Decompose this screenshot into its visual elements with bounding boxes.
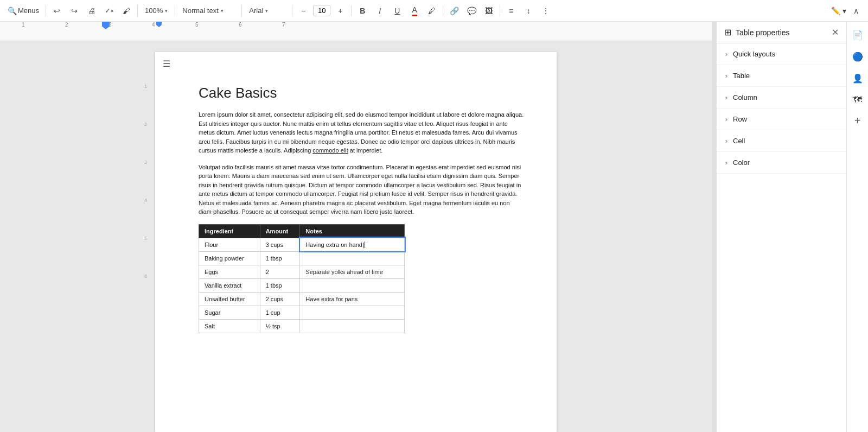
image-button[interactable]: 🖼: [481, 3, 496, 18]
map-icon[interactable]: 🗺: [849, 91, 866, 109]
amount-cell[interactable]: 1 cup: [260, 306, 300, 319]
quick-layouts-label: Quick layouts: [733, 50, 775, 58]
amount-cell[interactable]: 1 tbsp: [260, 251, 300, 265]
table-header-amount: Amount: [260, 224, 300, 238]
underline-button[interactable]: U: [390, 3, 405, 18]
font-size-decrease[interactable]: −: [296, 3, 311, 18]
collapse-toolbar-button[interactable]: ∧: [848, 3, 864, 18]
comment-button[interactable]: 💬: [464, 3, 479, 18]
column-chevron: ›: [725, 94, 727, 101]
update-icon[interactable]: 🔵: [849, 48, 866, 65]
font-size-input[interactable]: 10: [313, 5, 330, 16]
link-button[interactable]: 🔗: [446, 3, 462, 18]
zoom-chevron: ▾: [165, 8, 168, 14]
amount-cell[interactable]: 3 cups: [260, 238, 300, 251]
docs-icon[interactable]: 📄: [849, 26, 866, 43]
table-header-ingredient: Ingredient: [199, 224, 260, 238]
ingredient-table[interactable]: Ingredient Amount Notes Flour3 cupsHavin…: [199, 224, 405, 333]
style-label: Normal text: [182, 7, 218, 15]
table-row[interactable]: Baking powder1 tbsp: [199, 251, 405, 265]
zoom-dropdown[interactable]: 100% ▾: [141, 4, 171, 17]
add-button[interactable]: +: [850, 113, 865, 128]
separator: [351, 5, 352, 16]
separator: [137, 5, 138, 16]
ruler-mark-6: 6: [239, 22, 242, 28]
panel-section-table[interactable]: › Table: [717, 65, 846, 87]
panel-section-color[interactable]: › Color: [717, 152, 846, 174]
undo-button[interactable]: ↩: [49, 3, 65, 18]
font-dropdown[interactable]: Arial ▾: [245, 4, 289, 17]
italic-button[interactable]: I: [372, 3, 387, 18]
amount-cell[interactable]: 2 cups: [260, 292, 300, 306]
far-right-sidebar: 📄 🔵 👤 🗺 +: [846, 22, 868, 432]
ingredient-cell[interactable]: Unsalted butter: [199, 292, 260, 306]
row-chevron: ›: [725, 116, 727, 123]
redo-button[interactable]: ↪: [67, 3, 82, 18]
table-row[interactable]: Sugar1 cup: [199, 306, 405, 319]
amount-cell[interactable]: 1 tbsp: [260, 278, 300, 292]
notes-cell[interactable]: [300, 306, 405, 319]
amount-cell[interactable]: 2: [260, 265, 300, 278]
panel-section-quick-layouts[interactable]: › Quick layouts: [717, 43, 846, 65]
doc-list-icon[interactable]: ☰: [163, 59, 170, 69]
paintformat-button[interactable]: 🖌: [119, 3, 134, 18]
ingredient-cell[interactable]: Eggs: [199, 265, 260, 278]
print-button[interactable]: 🖨: [84, 3, 99, 18]
table-row[interactable]: Salt½ tsp: [199, 319, 405, 333]
pencil-mode-button[interactable]: ✏️ ▾: [831, 3, 846, 18]
ingredient-cell[interactable]: Vanilla extract: [199, 278, 260, 292]
search-button[interactable]: 🔍 Menus: [4, 4, 42, 17]
table-row[interactable]: Unsalted butter2 cupsHave extra for pans: [199, 292, 405, 306]
notes-cell[interactable]: [300, 278, 405, 292]
text-color-button[interactable]: A: [407, 3, 422, 18]
separator: [241, 5, 242, 16]
ingredient-cell[interactable]: Salt: [199, 319, 260, 333]
table-row[interactable]: Flour3 cupsHaving extra on hand|: [199, 238, 405, 251]
notes-cell[interactable]: Have extra for pans: [300, 292, 405, 306]
align-button[interactable]: ≡: [503, 3, 519, 18]
highlight-button[interactable]: 🖊: [424, 3, 439, 18]
panel-close-button[interactable]: ✕: [832, 27, 839, 37]
ingredient-cell[interactable]: Sugar: [199, 306, 260, 319]
doc-scroll[interactable]: 1 2 3 4 5 6 ☰ Cake Basics Lorem ipsum do…: [0, 41, 712, 432]
ingredient-cell[interactable]: Flour: [199, 238, 260, 251]
notes-cell[interactable]: Having extra on hand|: [300, 238, 405, 251]
separator: [175, 5, 175, 16]
paragraph-2[interactable]: Volutpat odio facilisis mauris sit amet …: [199, 163, 524, 217]
vertical-scrollbar[interactable]: [712, 22, 716, 432]
notes-cell[interactable]: [300, 319, 405, 333]
panel-section-cell[interactable]: › Cell: [717, 130, 846, 152]
spellcheck-button[interactable]: ✓a: [101, 3, 117, 18]
notes-cell[interactable]: [300, 251, 405, 265]
ingredient-cell[interactable]: Baking powder: [199, 251, 260, 265]
bold-button[interactable]: B: [355, 3, 370, 18]
style-chevron: ▾: [221, 8, 224, 14]
panel-title: ⊞ Table properties: [724, 27, 790, 37]
amount-cell[interactable]: ½ tsp: [260, 319, 300, 333]
font-label: Arial: [249, 7, 263, 15]
doc-title[interactable]: Cake Basics: [199, 85, 524, 101]
paragraph-1[interactable]: Lorem ipsum dolor sit amet, consectetur …: [199, 110, 524, 155]
cell-chevron: ›: [725, 137, 727, 145]
ruler-mark-2: 2: [65, 22, 68, 28]
table-row[interactable]: Eggs2Separate yolks ahead of time: [199, 265, 405, 278]
zoom-value: 100%: [145, 7, 163, 15]
style-dropdown[interactable]: Normal text ▾: [178, 4, 238, 17]
ruler-mark-5: 5: [195, 22, 199, 28]
font-size-increase[interactable]: +: [333, 3, 348, 18]
table-chevron: ›: [725, 72, 727, 80]
column-label: Column: [733, 93, 757, 101]
table-grid-icon: ⊞: [724, 27, 731, 37]
notes-cell[interactable]: Separate yolks ahead of time: [300, 265, 405, 278]
spacing-button[interactable]: ↕: [521, 3, 536, 18]
separator: [443, 5, 443, 16]
user-icon[interactable]: 👤: [849, 69, 866, 87]
panel-section-column[interactable]: › Column: [717, 87, 846, 109]
panel-section-row[interactable]: › Row: [717, 109, 846, 130]
more-button[interactable]: ⋮: [538, 3, 553, 18]
font-chevron: ▾: [265, 8, 268, 14]
toolbar: 🔍 Menus ↩ ↪ 🖨 ✓a 🖌 100% ▾ Normal text ▾ …: [0, 0, 868, 22]
search-icon: 🔍: [8, 7, 17, 15]
table-row[interactable]: Vanilla extract1 tbsp: [199, 278, 405, 292]
document-page[interactable]: ☰ Cake Basics Lorem ipsum dolor sit amet…: [155, 52, 557, 432]
